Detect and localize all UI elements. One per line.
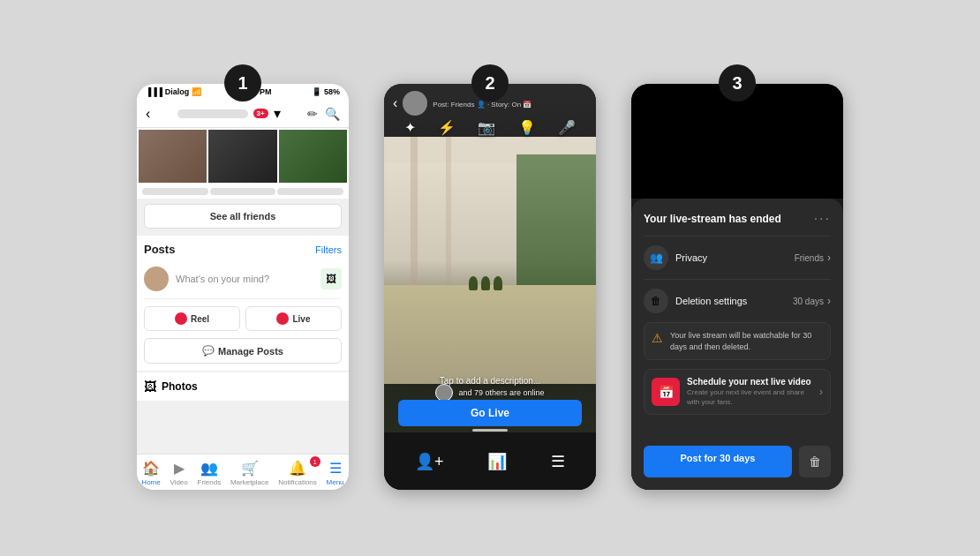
- nav-video[interactable]: ▶ Video: [170, 460, 187, 486]
- deletion-row-right: 30 days ›: [793, 295, 831, 307]
- camera-preview: [384, 137, 596, 384]
- online-count: and 79 others are online: [458, 388, 544, 397]
- manage-posts-button[interactable]: 💬 Manage Posts: [144, 338, 342, 364]
- user-avatar-2: [403, 91, 427, 116]
- screen3: Your live-stream has ended ··· 👥 Privacy…: [631, 84, 843, 490]
- plant-1: [469, 276, 478, 290]
- warning-box: ⚠ Your live stream will be watchable for…: [644, 322, 831, 360]
- privacy-chevron-icon: ›: [827, 252, 831, 264]
- notifications-icon: 🔔: [289, 460, 306, 477]
- reel-button[interactable]: Reel: [144, 306, 240, 331]
- nav-marketplace-label: Marketplace: [230, 478, 269, 486]
- profile-name-bar: [177, 109, 248, 118]
- flash-icon[interactable]: ⚡: [438, 119, 456, 136]
- back-button[interactable]: ‹: [393, 95, 397, 111]
- chevron-down-icon[interactable]: ▾: [274, 105, 281, 122]
- header-center: 3+ ▾: [177, 105, 281, 122]
- pillar-1: [411, 137, 418, 285]
- step-number-1: 1: [224, 64, 261, 101]
- analytics-icon[interactable]: 📊: [487, 452, 507, 471]
- add-guest-icon[interactable]: 👤+: [415, 452, 444, 471]
- go-live-button[interactable]: Go Live: [398, 400, 582, 426]
- screen2-wrapper: 2 ‹ Post: Friends 👤: [384, 84, 596, 490]
- back-icon[interactable]: ‹: [146, 106, 150, 122]
- deletion-chevron-icon: ›: [827, 295, 831, 307]
- user-avatar: [144, 267, 169, 291]
- carrier-signal: ▐▐▐ Dialog 📶: [146, 87, 201, 96]
- compose-bar[interactable]: What's on your mind? 🖼: [144, 263, 342, 299]
- camera-bottom-bar: 👤+ 📊 ☰: [384, 432, 596, 490]
- photos-tab-label: Photos: [162, 380, 198, 393]
- compose-placeholder[interactable]: What's on your mind?: [176, 274, 313, 284]
- live-label: Live: [292, 314, 310, 324]
- profile-header: ‹ 3+ ▾ ✏ 🔍: [137, 100, 349, 128]
- photos-tab[interactable]: 🖼 Photos: [137, 372, 349, 401]
- nav-home[interactable]: 🏠 Home: [141, 460, 160, 486]
- camera-switch-icon[interactable]: 📷: [478, 119, 495, 136]
- main-content: 1 ▐▐▐ Dialog 📶 2:23 PM 📱 58% ‹ 3+ ▾ ✏ 🔍: [0, 0, 980, 556]
- post-for-days-button[interactable]: Post for 30 days: [644, 446, 792, 477]
- photo-upload-icon[interactable]: 🖼: [320, 268, 342, 289]
- livestream-ended-card: Your live-stream has ended ··· 👥 Privacy…: [631, 199, 843, 490]
- plants: [469, 276, 502, 290]
- deletion-value: 30 days: [793, 297, 824, 306]
- effects-icon[interactable]: ✦: [404, 119, 416, 136]
- plant-2: [481, 276, 490, 290]
- header-actions: ✏ 🔍: [307, 107, 340, 121]
- name-bar-3: [277, 188, 343, 195]
- screen3-wrapper: 3 Your live-stream has ended ··· 👥 Priva…: [631, 84, 843, 490]
- photo-3[interactable]: [279, 130, 347, 183]
- online-bar: and 79 others are online: [384, 384, 596, 402]
- search-icon[interactable]: 🔍: [325, 107, 340, 121]
- delete-button[interactable]: 🗑: [799, 446, 831, 477]
- schedule-text: Schedule your next live video Create you…: [687, 377, 812, 407]
- photo-2[interactable]: [208, 130, 276, 183]
- schedule-icon: 📅: [652, 378, 680, 406]
- online-user-avatar: [435, 384, 453, 402]
- window-view: [516, 154, 596, 285]
- nav-notifications[interactable]: 🔔 1 Notifications: [278, 460, 317, 486]
- more-options-icon[interactable]: ···: [814, 211, 831, 227]
- screen1-wrapper: 1 ▐▐▐ Dialog 📶 2:23 PM 📱 58% ‹ 3+ ▾ ✏ 🔍: [137, 84, 349, 490]
- reel-icon: [175, 312, 187, 325]
- see-all-friends-button[interactable]: See all friends: [144, 204, 342, 229]
- nav-home-label: Home: [141, 478, 160, 486]
- nav-menu[interactable]: ☰ Menu: [327, 460, 344, 486]
- posts-header: Posts Filters: [144, 243, 342, 256]
- bottom-actions: Post for 30 days 🗑: [644, 446, 831, 477]
- nav-video-label: Video: [170, 478, 187, 486]
- marketplace-icon: 🛒: [241, 460, 259, 477]
- notification-badge: 1: [310, 456, 320, 467]
- livestream-ended-header: Your live-stream has ended ···: [644, 211, 831, 227]
- posts-section: Posts Filters What's on your mind? 🖼 Ree…: [137, 236, 349, 371]
- edit-icon[interactable]: ✏: [307, 107, 318, 121]
- photo-1[interactable]: [139, 130, 207, 183]
- step-number-3: 3: [719, 64, 756, 101]
- warning-icon: ⚠: [652, 331, 663, 345]
- menu-bottom-icon[interactable]: ☰: [551, 452, 565, 471]
- step-number-2: 2: [471, 64, 509, 101]
- warning-text: Your live stream will be watchable for 3…: [670, 330, 823, 352]
- privacy-header-text: Post: Friends 👤 · Story: On 📅: [433, 99, 587, 109]
- privacy-row-right: Friends ›: [795, 252, 831, 264]
- nav-marketplace[interactable]: 🛒 Marketplace: [230, 460, 269, 486]
- deletion-label: Deletion settings: [675, 296, 747, 306]
- photos-tab-icon: 🖼: [144, 379, 156, 394]
- schedule-desc: Create your next live event and share wi…: [687, 388, 812, 407]
- schedule-box[interactable]: 📅 Schedule your next live video Create y…: [644, 369, 831, 415]
- filters-button[interactable]: Filters: [315, 244, 342, 255]
- privacy-value: Friends: [795, 253, 824, 263]
- live-button[interactable]: Live: [245, 306, 342, 331]
- reel-label: Reel: [191, 314, 209, 324]
- light-icon[interactable]: 💡: [518, 119, 536, 136]
- divider-1: [644, 236, 831, 237]
- schedule-title: Schedule your next live video: [687, 377, 812, 387]
- deletion-row[interactable]: 🗑 Deletion settings 30 days ›: [644, 289, 831, 313]
- nav-friends[interactable]: 👥 Friends: [198, 460, 222, 486]
- friends-icon: 👥: [200, 460, 218, 477]
- menu-icon: ☰: [329, 460, 342, 477]
- privacy-row[interactable]: 👥 Privacy Friends ›: [644, 245, 831, 270]
- nav-menu-label: Menu: [327, 478, 344, 486]
- microphone-icon[interactable]: 🎤: [558, 119, 576, 136]
- name-bar-2: [210, 188, 276, 195]
